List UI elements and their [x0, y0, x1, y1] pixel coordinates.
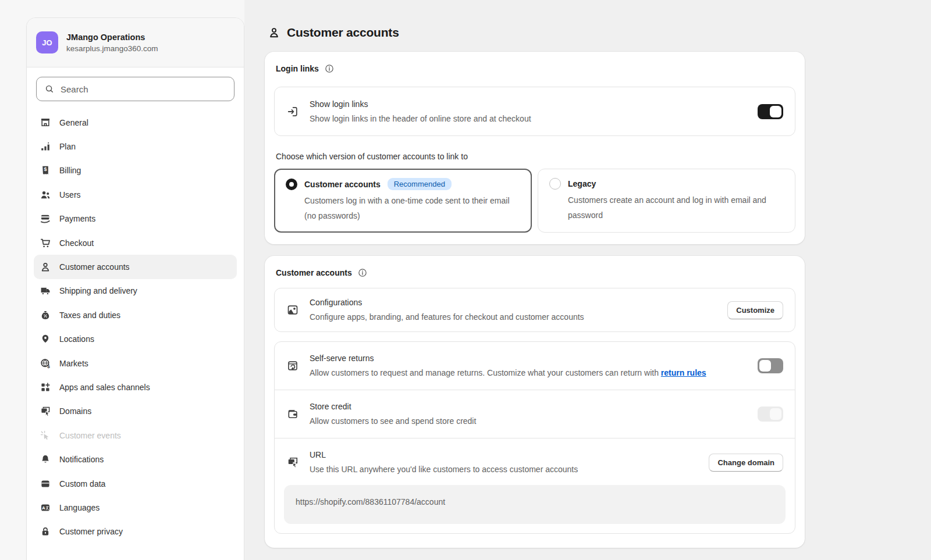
truck-icon	[40, 285, 51, 297]
sidebar-item-label: Locations	[59, 334, 94, 344]
settings-nav: General Plan Billing Users Payments Chec…	[27, 110, 244, 544]
store-credit-toggle	[758, 406, 783, 422]
sidebar-item-domains[interactable]: Domains	[34, 400, 237, 423]
wallet-icon	[286, 408, 299, 420]
lock-icon	[40, 526, 51, 537]
store-domain: kesarplus.jmango360.com	[66, 44, 158, 53]
sidebar-item-label: Users	[59, 190, 81, 199]
bell-icon	[40, 454, 51, 465]
url-pages-icon	[286, 456, 299, 469]
globe-dollar-icon	[40, 358, 51, 369]
sidebar-item-label: Languages	[59, 503, 100, 512]
configurations-icon	[286, 304, 299, 316]
login-links-card: Login links Show login links Show login …	[265, 52, 805, 244]
sidebar-item-label: Customer accounts	[59, 262, 130, 272]
returns-icon	[286, 359, 299, 372]
store-avatar: JO	[36, 31, 58, 53]
sidebar-item-label: Custom data	[59, 479, 105, 488]
configurations-description: Configure apps, branding, and features f…	[310, 310, 717, 324]
return-rules-link[interactable]: return rules	[661, 368, 706, 377]
cursor-sparkle-icon	[40, 430, 51, 441]
sidebar-item-label: General	[59, 118, 88, 127]
search-box[interactable]	[36, 77, 234, 101]
sidebar-item-label: Apps and sales channels	[59, 383, 150, 392]
taxes-icon	[40, 309, 51, 321]
store-credit-row: Store credit Allow customers to see and …	[275, 390, 795, 438]
sidebar-item-customer-privacy[interactable]: Customer privacy	[34, 520, 237, 544]
option-legacy[interactable]: Legacy Customers create an account and l…	[538, 169, 795, 233]
sidebar-item-plan[interactable]: Plan	[34, 134, 237, 158]
settings-sidebar: JO JMango Operations kesarplus.jmango360…	[26, 17, 244, 560]
sidebar-item-payments[interactable]: Payments	[34, 207, 237, 231]
plan-icon	[40, 141, 51, 152]
sidebar-item-label: Payments	[59, 214, 95, 223]
database-icon	[40, 478, 51, 490]
sidebar-item-billing[interactable]: Billing	[34, 159, 237, 183]
version-prompt: Choose which version of customer account…	[276, 152, 794, 161]
person-icon	[40, 261, 51, 273]
option-description: Customers log in with a one-time code se…	[304, 193, 520, 223]
login-links-heading: Login links	[276, 64, 319, 73]
show-login-links-toggle[interactable]	[758, 104, 783, 119]
sidebar-item-apps-and-sales-channels[interactable]: Apps and sales channels	[34, 375, 237, 399]
sidebar-item-languages[interactable]: Languages	[34, 495, 237, 519]
customer-accounts-card: Customer accounts Configurations Configu…	[265, 256, 805, 548]
store-header: JO JMango Operations kesarplus.jmango360…	[27, 18, 244, 67]
store-credit-description: Allow customers to see and spend store c…	[310, 414, 747, 429]
account-features-box: Self-serve returns Allow customers to re…	[274, 341, 795, 534]
sidebar-item-label: Billing	[59, 166, 81, 175]
sidebar-item-label: Domains	[59, 406, 91, 416]
sidebar-item-label: Notifications	[59, 455, 104, 464]
translate-icon	[40, 502, 51, 513]
url-section: URL Use this URL anywhere you'd like cus…	[275, 438, 795, 524]
sidebar-item-markets[interactable]: Markets	[34, 351, 237, 375]
location-pin-icon	[40, 333, 51, 345]
store-credit-title: Store credit	[310, 400, 747, 414]
configurations-row: Configurations Configure apps, branding,…	[274, 288, 795, 332]
billing-icon	[40, 165, 51, 176]
info-icon[interactable]	[324, 63, 335, 74]
sidebar-item-users[interactable]: Users	[34, 183, 237, 206]
description-text: Allow customers to request and manage re…	[310, 368, 661, 377]
sidebar-item-custom-data[interactable]: Custom data	[34, 472, 237, 495]
customize-button[interactable]: Customize	[727, 301, 783, 319]
url-title: URL	[310, 448, 698, 462]
store-icon	[40, 117, 51, 129]
sidebar-item-shipping-and-delivery[interactable]: Shipping and delivery	[34, 279, 237, 303]
sidebar-item-label: Markets	[59, 359, 88, 368]
url-description: Use this URL anywhere you'd like custome…	[310, 462, 698, 477]
option-customer-accounts[interactable]: Customer accounts Recommended Customers …	[274, 169, 532, 233]
domains-icon	[40, 405, 51, 417]
customer-accounts-heading: Customer accounts	[276, 268, 352, 277]
sidebar-item-checkout[interactable]: Checkout	[34, 231, 237, 255]
page-title: Customer accounts	[287, 26, 399, 40]
sidebar-item-customer-events[interactable]: Customer events	[34, 423, 237, 447]
sidebar-item-label: Taxes and duties	[59, 311, 120, 320]
info-icon[interactable]	[357, 267, 368, 278]
recommended-badge: Recommended	[388, 178, 452, 190]
change-domain-button[interactable]: Change domain	[709, 454, 783, 472]
main-content: Customer accounts Login links Show login…	[244, 0, 931, 560]
sidebar-item-label: Shipping and delivery	[59, 286, 137, 295]
configurations-title: Configurations	[310, 295, 717, 310]
sidebar-item-label: Checkout	[59, 238, 94, 248]
payments-icon	[40, 213, 51, 224]
self-serve-returns-row: Self-serve returns Allow customers to re…	[275, 342, 795, 390]
account-url-field[interactable]: https://shopify.com/88361107784/account	[284, 485, 786, 524]
sidebar-item-locations[interactable]: Locations	[34, 327, 237, 351]
search-icon	[44, 84, 55, 94]
self-serve-returns-title: Self-serve returns	[310, 351, 747, 366]
show-login-links-title: Show login links	[310, 97, 747, 112]
radio-checked-icon[interactable]	[286, 179, 297, 190]
login-icon	[286, 105, 299, 118]
self-serve-returns-toggle[interactable]	[758, 358, 783, 373]
store-name: JMango Operations	[66, 33, 158, 42]
radio-unchecked-icon[interactable]	[549, 178, 561, 190]
sidebar-item-taxes-and-duties[interactable]: Taxes and duties	[34, 303, 237, 327]
sidebar-item-general[interactable]: General	[34, 110, 237, 134]
search-input[interactable]	[61, 84, 226, 94]
url-row: URL Use this URL anywhere you'd like cus…	[275, 438, 795, 477]
sidebar-item-customer-accounts[interactable]: Customer accounts	[34, 255, 237, 279]
sidebar-item-notifications[interactable]: Notifications	[34, 447, 237, 471]
person-icon	[268, 26, 280, 39]
